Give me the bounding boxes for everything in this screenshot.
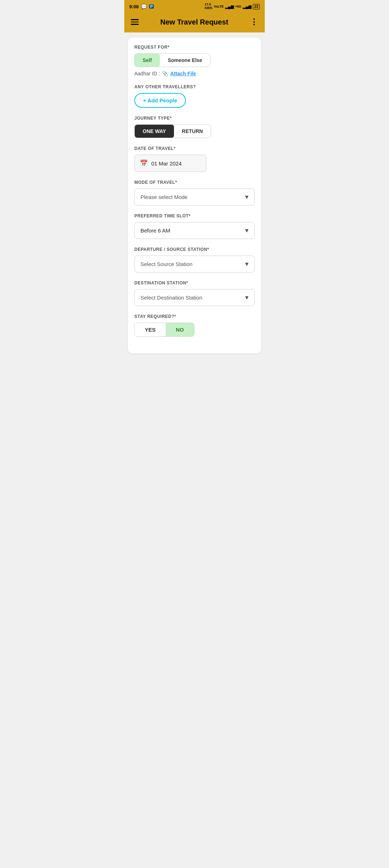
- mode-of-travel-wrapper: Please select Mode Bus Train Flight Cab …: [134, 189, 255, 205]
- request-for-section: REQUEST FOR* Self Someone Else Aadhar ID…: [134, 45, 255, 76]
- time-slot-select[interactable]: Before 6 AM 6 AM - 12 PM 12 PM - 6 PM Af…: [134, 222, 255, 239]
- status-time: 9:08: [129, 4, 139, 9]
- top-nav: New Travel Request ⋮: [124, 13, 265, 32]
- someone-else-button[interactable]: Someone Else: [160, 54, 210, 67]
- stay-no-button[interactable]: NO: [166, 323, 194, 336]
- journey-type-section: JOURNEY TYPE* ONE WAY RETURN: [134, 116, 255, 138]
- status-bar: 9:08 💬 P 17.0 KB/S VoLTE ▂▄▆ +5G ▂▄▆ 23: [124, 0, 265, 13]
- destination-station-section: DESTINATION STATION* Select Destination …: [134, 280, 255, 306]
- mode-of-travel-label: MODE OF TRAVEL*: [134, 180, 255, 185]
- attach-file-link[interactable]: Attach File: [170, 71, 196, 76]
- volte-icon: VoLTE: [214, 5, 224, 8]
- mode-of-travel-select[interactable]: Please select Mode Bus Train Flight Cab: [134, 189, 255, 205]
- source-station-select[interactable]: Select Source Station: [134, 256, 255, 273]
- date-value: 01 Mar 2024: [151, 160, 182, 167]
- journey-type-label: JOURNEY TYPE*: [134, 116, 255, 121]
- aadhar-row: Aadhar ID : 📎 Attach File: [134, 71, 255, 76]
- stay-required-label: STAY REQUIRED?*: [134, 314, 255, 319]
- date-of-travel-label: DATE OF TRAVEL*: [134, 146, 255, 151]
- preferred-time-slot-label: PREFERRED TIME SLOT*: [134, 213, 255, 218]
- battery-icon: 23: [253, 4, 260, 9]
- form-card: REQUEST FOR* Self Someone Else Aadhar ID…: [128, 37, 261, 353]
- paytm-icon: P: [149, 4, 154, 9]
- source-station-wrapper: Select Source Station ▼: [134, 256, 255, 273]
- add-people-button[interactable]: + Add People: [134, 93, 186, 108]
- date-picker[interactable]: 📅 01 Mar 2024: [134, 155, 206, 172]
- status-icons: 17.0 KB/S VoLTE ▂▄▆ +5G ▂▄▆ 23: [205, 3, 260, 10]
- other-travellers-section: ANY OTHER TRAVELLERS? + Add People: [134, 84, 255, 108]
- calendar-icon: 📅: [140, 159, 148, 167]
- journey-type-toggle: ONE WAY RETURN: [134, 124, 211, 138]
- signal-bars: ▂▄▆: [225, 4, 234, 9]
- paperclip-icon: 📎: [162, 71, 168, 76]
- more-options-button[interactable]: ⋮: [250, 17, 258, 27]
- stay-yes-button[interactable]: YES: [135, 323, 166, 336]
- return-button[interactable]: RETURN: [174, 125, 211, 138]
- source-station-label: DEPARTURE / SOURCE STATION*: [134, 247, 255, 252]
- page-title: New Travel Request: [160, 18, 228, 26]
- whatsapp-icon: 💬: [141, 4, 147, 9]
- mode-of-travel-section: MODE OF TRAVEL* Please select Mode Bus T…: [134, 180, 255, 205]
- self-button[interactable]: Self: [135, 54, 160, 67]
- aadhar-label: Aadhar ID :: [134, 71, 160, 76]
- time-slot-wrapper: Before 6 AM 6 AM - 12 PM 12 PM - 6 PM Af…: [134, 222, 255, 239]
- date-of-travel-section: DATE OF TRAVEL* 📅 01 Mar 2024: [134, 146, 255, 172]
- destination-station-wrapper: Select Destination Station ▼: [134, 289, 255, 306]
- data-speed: 17.0 KB/S: [205, 3, 213, 10]
- hamburger-menu[interactable]: [131, 19, 139, 25]
- preferred-time-slot-section: PREFERRED TIME SLOT* Before 6 AM 6 AM - …: [134, 213, 255, 239]
- request-for-toggle: Self Someone Else: [134, 53, 210, 67]
- stay-required-section: STAY REQUIRED?* YES NO: [134, 314, 255, 337]
- one-way-button[interactable]: ONE WAY: [135, 125, 174, 138]
- other-travellers-label: ANY OTHER TRAVELLERS?: [134, 84, 255, 89]
- 5g-icon: +5G: [235, 5, 241, 8]
- stay-required-toggle: YES NO: [134, 323, 194, 337]
- request-for-label: REQUEST FOR*: [134, 45, 255, 50]
- source-station-section: DEPARTURE / SOURCE STATION* Select Sourc…: [134, 247, 255, 273]
- destination-station-label: DESTINATION STATION*: [134, 280, 255, 285]
- signal-bars-2: ▂▄▆: [243, 4, 251, 9]
- destination-station-select[interactable]: Select Destination Station: [134, 289, 255, 306]
